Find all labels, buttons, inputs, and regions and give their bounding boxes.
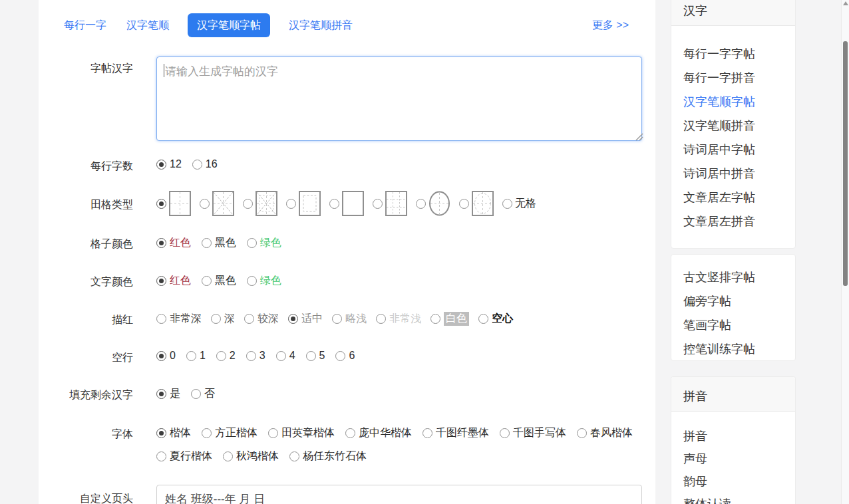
grid-type-option-tian[interactable] bbox=[156, 191, 191, 216]
text-color-option-红色[interactable]: 红色 bbox=[156, 274, 191, 288]
radio-icon bbox=[191, 389, 201, 399]
tab-汉字笔顺拼音[interactable]: 汉字笔顺拼音 bbox=[287, 13, 354, 37]
font-option-夏行楷体[interactable]: 夏行楷体 bbox=[156, 449, 212, 463]
sidebar-item-韵母[interactable]: 韵母 bbox=[683, 470, 795, 493]
grid-type-option-mi-dense[interactable] bbox=[243, 191, 277, 216]
blank-lines-option-6[interactable]: 6 bbox=[335, 350, 355, 362]
sidebar-item-控笔训练字帖[interactable]: 控笔训练字帖 bbox=[683, 337, 795, 361]
grid-type-option-jiugong[interactable] bbox=[373, 191, 407, 216]
radio-icon bbox=[156, 451, 166, 461]
form-row-fill-remaining: 填充剩余汉字 是否 bbox=[48, 387, 642, 402]
sidebar-item-汉字笔顺拼音[interactable]: 汉字笔顺拼音 bbox=[683, 114, 795, 138]
fill-remaining-option-否[interactable]: 否 bbox=[191, 387, 215, 401]
trace-depth-option-深[interactable]: 深 bbox=[211, 312, 235, 326]
text-color-option-黑色[interactable]: 黑色 bbox=[202, 274, 236, 288]
radio-icon bbox=[156, 389, 166, 399]
chars-input[interactable] bbox=[156, 57, 642, 141]
sidebar-item-文章居左字帖[interactable]: 文章居左字帖 bbox=[683, 186, 795, 209]
grid-color-option-红色[interactable]: 红色 bbox=[156, 236, 191, 250]
sidebar-item-笔画字帖[interactable]: 笔画字帖 bbox=[683, 313, 795, 337]
option-label: 深 bbox=[224, 312, 235, 326]
option-label: 适中 bbox=[301, 312, 323, 326]
more-link[interactable]: 更多 >> bbox=[592, 19, 629, 33]
sidebar-item-声母[interactable]: 声母 bbox=[683, 447, 795, 470]
grid-color-option-绿色[interactable]: 绿色 bbox=[247, 236, 281, 250]
trace-depth-option-非常浅[interactable]: 非常浅 bbox=[376, 312, 421, 326]
sidebar-section-hanzi: 汉字 每行一字字帖每行一字拼音汉字笔顺字帖汉字笔顺拼音诗词居中字帖诗词居中拼音文… bbox=[671, 0, 796, 249]
tian-ellipse-grid-icon bbox=[472, 191, 494, 216]
field-label: 字帖汉字 bbox=[48, 57, 133, 76]
option-label: 楷体 bbox=[170, 426, 191, 440]
ellipse-grid-icon bbox=[428, 191, 450, 216]
radio-icon bbox=[244, 314, 254, 324]
font-option-千图纤墨体[interactable]: 千图纤墨体 bbox=[423, 426, 489, 440]
custom-header-input[interactable] bbox=[156, 485, 642, 504]
grid-type-option-hui[interactable] bbox=[286, 191, 321, 216]
trace-depth-option-非常深[interactable]: 非常深 bbox=[156, 312, 202, 326]
grid-type-option-tian-ellipse[interactable] bbox=[459, 191, 494, 216]
grid-type-option-ellipse[interactable] bbox=[416, 191, 450, 216]
option-label: 千图纤墨体 bbox=[436, 426, 489, 440]
radio-icon bbox=[459, 199, 469, 209]
scrollbar-track[interactable] bbox=[841, 0, 849, 504]
sidebar-item-偏旁字帖[interactable]: 偏旁字帖 bbox=[683, 289, 795, 313]
radio-icon bbox=[289, 451, 299, 461]
blank-lines-option-5[interactable]: 5 bbox=[306, 350, 325, 362]
blank-lines-option-2[interactable]: 2 bbox=[216, 350, 236, 362]
scrollbar-thumb[interactable] bbox=[843, 41, 848, 286]
form-row-chars: 字帖汉字 bbox=[48, 57, 642, 141]
radio-icon bbox=[156, 428, 166, 438]
font-option-秋鸿楷体[interactable]: 秋鸿楷体 bbox=[223, 449, 279, 463]
grid-type-option-square[interactable] bbox=[329, 191, 364, 216]
radio-icon bbox=[500, 428, 510, 438]
trace-depth-option-适中[interactable]: 适中 bbox=[288, 312, 323, 326]
sidebar-item-文章居左拼音[interactable]: 文章居左拼音 bbox=[683, 209, 795, 233]
option-label: 非常深 bbox=[170, 312, 202, 326]
sidebar-item-每行一字字帖[interactable]: 每行一字字帖 bbox=[683, 42, 795, 66]
blank-lines-option-1[interactable]: 1 bbox=[186, 350, 206, 362]
tab-bar: 每行一字汉字笔顺汉字笔顺字帖汉字笔顺拼音 bbox=[63, 13, 354, 37]
trace-depth-option-略浅[interactable]: 略浅 bbox=[332, 312, 367, 326]
font-option-春风楷体[interactable]: 春风楷体 bbox=[577, 426, 633, 440]
sidebar-item-拼音[interactable]: 拼音 bbox=[683, 425, 795, 447]
trace-depth-option-较深[interactable]: 较深 bbox=[244, 312, 279, 326]
field-label: 田格类型 bbox=[48, 191, 133, 212]
fill-remaining-option-是[interactable]: 是 bbox=[156, 387, 180, 401]
font-option-楷体[interactable]: 楷体 bbox=[156, 426, 191, 440]
font-option-方正楷体[interactable]: 方正楷体 bbox=[202, 426, 257, 440]
radio-icon bbox=[478, 314, 488, 324]
trace-depth-option-空心[interactable]: 空心 bbox=[478, 312, 513, 326]
radio-icon bbox=[247, 238, 257, 248]
grid-type-option-mi[interactable] bbox=[200, 191, 234, 216]
blank-lines-option-4[interactable]: 4 bbox=[276, 350, 295, 362]
option-label: 非常浅 bbox=[389, 312, 421, 326]
line-count-option-16[interactable]: 16 bbox=[192, 158, 218, 170]
tab-汉字笔顺字帖[interactable]: 汉字笔顺字帖 bbox=[188, 13, 270, 37]
blank-lines-option-3[interactable]: 3 bbox=[246, 350, 265, 362]
sidebar-item-古文竖排字帖[interactable]: 古文竖排字帖 bbox=[683, 265, 795, 289]
font-option-杨任东竹石体[interactable]: 杨任东竹石体 bbox=[289, 449, 367, 463]
option-label: 是 bbox=[170, 387, 180, 401]
font-option-千图手写体[interactable]: 千图手写体 bbox=[500, 426, 566, 440]
radio-icon bbox=[268, 428, 278, 438]
text-color-option-绿色[interactable]: 绿色 bbox=[247, 274, 281, 288]
font-option-庞中华楷体[interactable]: 庞中华楷体 bbox=[345, 426, 412, 440]
grid-color-option-黑色[interactable]: 黑色 bbox=[202, 236, 236, 250]
sidebar-item-整体认读[interactable]: 整体认读 bbox=[683, 493, 795, 504]
option-label: 夏行楷体 bbox=[170, 449, 212, 463]
grid-type-option-none[interactable]: 无格 bbox=[502, 197, 536, 211]
mi-dense-grid-icon bbox=[255, 191, 277, 216]
tab-汉字笔顺[interactable]: 汉字笔顺 bbox=[125, 13, 170, 37]
blank-lines-option-0[interactable]: 0 bbox=[156, 350, 176, 362]
scroll-up-icon[interactable] bbox=[843, 1, 848, 5]
sidebar-item-诗词居中字帖[interactable]: 诗词居中字帖 bbox=[683, 138, 795, 162]
tab-每行一字[interactable]: 每行一字 bbox=[63, 13, 108, 37]
sidebar-section-extra: 古文竖排字帖偏旁字帖笔画字帖控笔训练字帖 bbox=[671, 254, 796, 361]
trace-depth-option-白色[interactable]: 白色 bbox=[430, 312, 469, 326]
font-option-田英章楷体[interactable]: 田英章楷体 bbox=[268, 426, 335, 440]
sidebar-item-每行一字拼音[interactable]: 每行一字拼音 bbox=[683, 66, 795, 90]
sidebar-item-诗词居中拼音[interactable]: 诗词居中拼音 bbox=[683, 162, 795, 186]
field-label: 字体 bbox=[48, 426, 133, 441]
sidebar-item-汉字笔顺字帖[interactable]: 汉字笔顺字帖 bbox=[683, 90, 795, 114]
line-count-option-12[interactable]: 12 bbox=[156, 158, 182, 170]
